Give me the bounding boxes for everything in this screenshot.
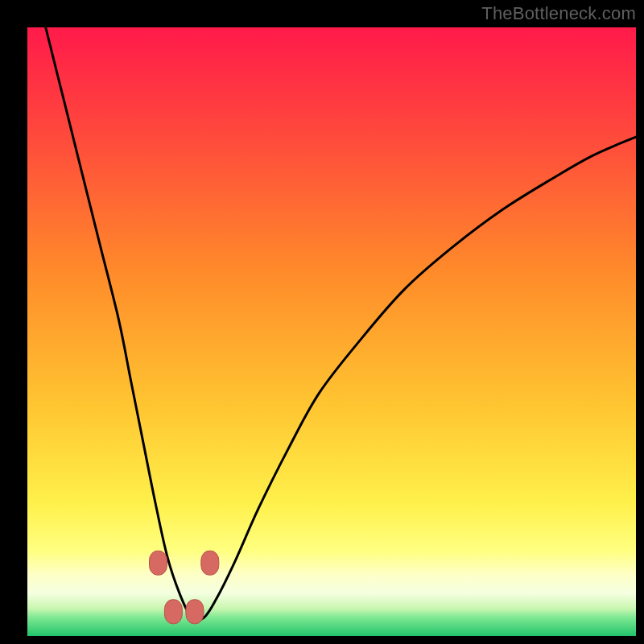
curve-marker bbox=[150, 551, 167, 575]
watermark-text: TheBottleneck.com bbox=[481, 3, 636, 24]
curve-marker bbox=[186, 600, 204, 624]
chart-svg bbox=[27, 27, 636, 636]
chart-frame: TheBottleneck.com bbox=[0, 0, 644, 644]
curve-marker bbox=[201, 551, 219, 575]
gradient-background bbox=[27, 27, 636, 636]
curve-marker bbox=[164, 600, 182, 624]
plot-area bbox=[27, 27, 636, 636]
